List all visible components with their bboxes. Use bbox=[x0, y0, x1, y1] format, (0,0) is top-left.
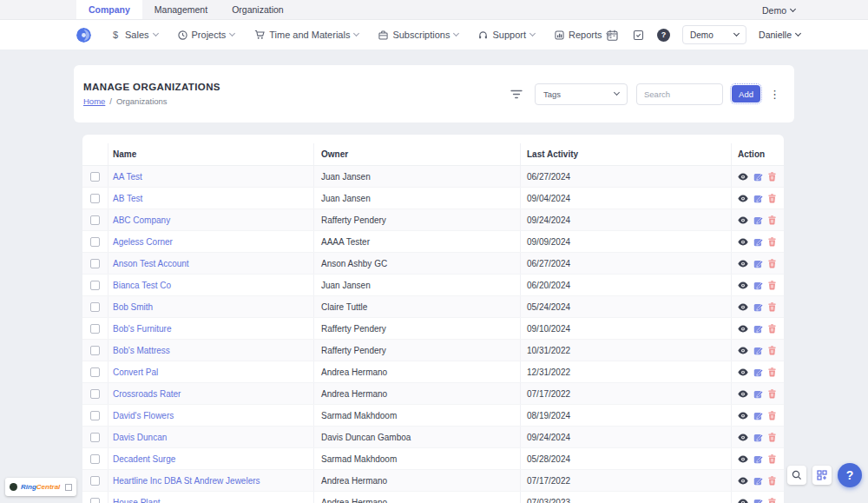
search-input[interactable] bbox=[636, 83, 723, 105]
view-icon[interactable] bbox=[738, 281, 748, 289]
row-checkbox[interactable] bbox=[90, 389, 100, 399]
row-checkbox[interactable] bbox=[90, 281, 100, 290]
filter-icon[interactable] bbox=[510, 89, 523, 99]
row-checkbox[interactable] bbox=[90, 367, 100, 377]
delete-icon[interactable] bbox=[768, 433, 776, 442]
breadcrumb-home-link[interactable]: Home bbox=[83, 96, 105, 106]
tab-company[interactable]: Company bbox=[76, 0, 142, 19]
view-icon[interactable] bbox=[738, 455, 748, 463]
delete-icon[interactable] bbox=[768, 389, 776, 399]
row-checkbox[interactable] bbox=[90, 454, 100, 464]
view-icon[interactable] bbox=[738, 499, 748, 503]
delete-icon[interactable] bbox=[768, 411, 776, 420]
edit-icon[interactable] bbox=[753, 367, 763, 377]
search-fab-button[interactable] bbox=[787, 466, 806, 485]
env-switcher[interactable]: Demo bbox=[762, 0, 795, 20]
row-checkbox[interactable] bbox=[90, 476, 100, 486]
row-checkbox[interactable] bbox=[90, 324, 100, 334]
delete-icon[interactable] bbox=[768, 237, 776, 247]
org-name-link[interactable]: Crossroads Rater bbox=[113, 389, 181, 399]
delete-icon[interactable] bbox=[768, 346, 776, 355]
delete-icon[interactable] bbox=[768, 498, 776, 503]
edit-icon[interactable] bbox=[753, 476, 763, 486]
help-icon[interactable]: ? bbox=[657, 29, 670, 42]
app-logo-icon[interactable] bbox=[76, 28, 91, 43]
edit-icon[interactable] bbox=[753, 433, 763, 442]
row-checkbox[interactable] bbox=[90, 259, 100, 268]
delete-icon[interactable] bbox=[768, 281, 776, 290]
delete-icon[interactable] bbox=[768, 194, 776, 203]
view-icon[interactable] bbox=[738, 390, 748, 398]
row-checkbox[interactable] bbox=[90, 411, 100, 420]
nav-projects[interactable]: Projects bbox=[178, 30, 235, 40]
ringcentral-widget[interactable]: RingCentral bbox=[5, 478, 76, 496]
org-name-link[interactable]: ABC Company bbox=[113, 215, 170, 225]
row-checkbox[interactable] bbox=[90, 302, 100, 312]
tasks-icon[interactable] bbox=[631, 28, 645, 42]
nav-time-and-materials[interactable]: Time and Materials bbox=[254, 30, 358, 40]
view-icon[interactable] bbox=[738, 195, 748, 202]
nav-sales[interactable]: $ Sales bbox=[112, 30, 158, 40]
org-name-link[interactable]: Decadent Surge bbox=[113, 454, 175, 464]
edit-icon[interactable] bbox=[753, 172, 763, 182]
delete-icon[interactable] bbox=[768, 172, 776, 182]
org-name-link[interactable]: Bob's Mattress bbox=[113, 346, 170, 355]
delete-icon[interactable] bbox=[768, 454, 776, 464]
view-icon[interactable] bbox=[738, 434, 748, 441]
view-icon[interactable] bbox=[738, 368, 748, 376]
row-checkbox[interactable] bbox=[90, 215, 100, 225]
tab-management[interactable]: Management bbox=[142, 0, 220, 19]
view-icon[interactable] bbox=[738, 216, 748, 224]
view-icon[interactable] bbox=[738, 325, 748, 333]
org-name-link[interactable]: Bianca Test Co bbox=[113, 281, 171, 290]
org-name-link[interactable]: AB Test bbox=[113, 194, 142, 203]
view-icon[interactable] bbox=[738, 303, 748, 311]
delete-icon[interactable] bbox=[768, 302, 776, 312]
edit-icon[interactable] bbox=[753, 454, 763, 464]
org-name-link[interactable]: AA Test bbox=[113, 172, 142, 182]
delete-icon[interactable] bbox=[768, 259, 776, 268]
row-checkbox[interactable] bbox=[90, 498, 100, 503]
tab-organization[interactable]: Organization bbox=[220, 0, 296, 19]
nav-reports[interactable]: Reports bbox=[555, 30, 611, 40]
row-checkbox[interactable] bbox=[90, 194, 100, 203]
row-checkbox[interactable] bbox=[90, 433, 100, 442]
widgets-fab-button[interactable] bbox=[812, 466, 832, 485]
help-fab-button[interactable]: ? bbox=[838, 463, 862, 487]
edit-icon[interactable] bbox=[753, 389, 763, 399]
org-name-link[interactable]: House Plant bbox=[113, 498, 160, 503]
edit-icon[interactable] bbox=[753, 346, 763, 355]
view-icon[interactable] bbox=[738, 173, 748, 181]
delete-icon[interactable] bbox=[768, 367, 776, 377]
delete-icon[interactable] bbox=[768, 215, 776, 225]
user-menu[interactable]: Danielle bbox=[759, 30, 800, 40]
view-icon[interactable] bbox=[738, 412, 748, 420]
nav-support[interactable]: Support bbox=[478, 30, 535, 40]
edit-icon[interactable] bbox=[753, 411, 763, 420]
view-icon[interactable] bbox=[738, 347, 748, 354]
org-name-link[interactable]: Bob Smith bbox=[113, 302, 153, 312]
view-icon[interactable] bbox=[738, 238, 748, 246]
org-name-link[interactable]: Bob's Furniture bbox=[113, 324, 172, 334]
expand-icon[interactable] bbox=[65, 484, 72, 491]
add-button[interactable]: Add bbox=[732, 85, 760, 103]
org-name-link[interactable]: Davis Duncan bbox=[113, 433, 167, 442]
delete-icon[interactable] bbox=[768, 476, 776, 486]
edit-icon[interactable] bbox=[753, 194, 763, 203]
org-name-link[interactable]: Heartline Inc DBA St Andrew Jewelers bbox=[113, 476, 260, 486]
calendar-icon[interactable] bbox=[605, 28, 619, 42]
edit-icon[interactable] bbox=[753, 302, 763, 312]
row-checkbox[interactable] bbox=[90, 346, 100, 355]
tags-select[interactable]: Tags bbox=[535, 83, 628, 105]
delete-icon[interactable] bbox=[768, 324, 776, 334]
org-name-link[interactable]: Ageless Corner bbox=[113, 237, 173, 247]
row-checkbox[interactable] bbox=[90, 172, 100, 182]
edit-icon[interactable] bbox=[753, 259, 763, 268]
org-name-link[interactable]: David's Flowers bbox=[113, 411, 174, 420]
view-icon[interactable] bbox=[738, 260, 748, 268]
view-icon[interactable] bbox=[738, 477, 748, 485]
edit-icon[interactable] bbox=[753, 215, 763, 225]
company-select[interactable]: Demo bbox=[682, 25, 746, 44]
org-name-link[interactable]: Anson Test Account bbox=[113, 259, 189, 268]
edit-icon[interactable] bbox=[753, 281, 763, 290]
